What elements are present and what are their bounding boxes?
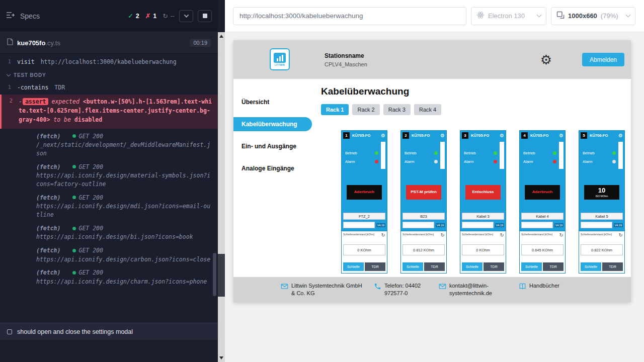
cable-name-input[interactable] <box>343 222 375 228</box>
app-sidebar: Übersicht Kabelüberwachung Ein- und Ausg… <box>233 79 312 277</box>
station-value: CPLV4_Maschen <box>325 61 367 67</box>
device-card: 3 KÜ705-FO ⚙ Betrieb Alarm Erdschluss Ka <box>460 130 506 274</box>
scroll-up-arrow[interactable] <box>219 35 223 38</box>
card-gear-icon[interactable]: ⚙ <box>500 133 504 138</box>
pending-icon: ↻ <box>163 12 168 20</box>
card-gear-icon[interactable]: ⚙ <box>381 133 385 138</box>
refresh-icon[interactable]: ↻ <box>441 233 445 238</box>
specs-menu-icon[interactable] <box>6 12 15 21</box>
test-body-section[interactable]: TEST BODY <box>0 68 218 81</box>
alarm-led <box>375 160 378 163</box>
firmware-version: V4.19 <box>376 223 385 227</box>
footer-manuals[interactable]: Handbücher <box>519 282 559 292</box>
collapse-button[interactable] <box>179 10 193 22</box>
tdr-button[interactable]: TDR <box>602 262 623 271</box>
scrollbar-thumb[interactable] <box>218 254 225 297</box>
cable-name-input[interactable] <box>403 222 434 228</box>
betrieb-led <box>612 151 616 155</box>
command-arg: http://localhost:3000/kabelueberwachung <box>41 58 177 66</box>
sidebar-item-kabelueberwachung[interactable]: Kabelüberwachung <box>233 117 312 131</box>
panel-scrollbar[interactable] <box>218 32 225 362</box>
tab-rack-4[interactable]: Rack 4 <box>414 104 441 115</box>
schleife-button[interactable]: Schleife <box>403 262 423 271</box>
card-number-badge: 3 <box>462 132 468 139</box>
logo-text: LITTWIN <box>275 64 285 66</box>
app-main: Kabelüberwachung Rack 1 Rack 2 Rack 3 Ra… <box>312 79 631 277</box>
refresh-icon[interactable]: ↻ <box>559 233 564 238</box>
tdr-button[interactable]: TDR <box>543 262 564 271</box>
specs-label[interactable]: Specs <box>20 12 40 20</box>
settings-gear-icon[interactable]: ⚙ <box>540 53 552 66</box>
schleife-button[interactable]: Schleife <box>343 262 364 271</box>
status-ok-dot <box>72 134 76 138</box>
cable-name-input[interactable] <box>462 222 494 228</box>
alarm-led <box>553 160 556 163</box>
card-indicator-strip <box>440 142 445 169</box>
refresh-icon[interactable]: ↻ <box>619 233 623 238</box>
spec-header: kue705fo.cy.ts 00:19 <box>0 32 218 54</box>
fetch-url: https://api.iconify.design/bi.json?icons… <box>36 233 212 241</box>
card-model-label: KÜ705-FO <box>471 133 489 138</box>
card-indicator-strip <box>500 142 504 169</box>
tdr-button[interactable]: TDR <box>424 262 445 271</box>
firmware-version: V4.19 <box>495 223 504 227</box>
footer-phone: Telefon: 04402 972577-0 <box>374 282 431 297</box>
fetch-log-entry[interactable]: (fetch)GET 200 https://api.iconify.desig… <box>0 266 218 288</box>
card-indicator-strip <box>618 142 623 169</box>
sidebar-item-uebersicht[interactable]: Übersicht <box>233 95 312 109</box>
fetch-log-entry[interactable]: (fetch)GET 200 https://api.iconify.desig… <box>0 160 218 191</box>
failed-icon: ✗ <box>145 12 150 20</box>
sidebar-item-ein-und-ausgaenge[interactable]: Ein- und Ausgänge <box>233 139 312 153</box>
refresh-icon[interactable]: ↻ <box>500 233 504 238</box>
tdr-button[interactable]: TDR <box>365 262 385 271</box>
next-test-title: should open and close the settings modal <box>17 328 133 335</box>
spec-extension: .cy.ts <box>45 39 60 47</box>
schleife-button[interactable]: Schleife <box>581 262 601 271</box>
footer-email[interactable]: kontakt@littwin-systemtechnik.de <box>439 282 511 297</box>
scroll-down-arrow[interactable] <box>219 356 223 359</box>
card-gear-icon[interactable]: ⚙ <box>618 133 623 138</box>
schleife-button[interactable]: Schleife <box>521 262 542 271</box>
browser-select[interactable]: Electron 130 <box>471 7 546 25</box>
card-gear-icon[interactable]: ⚙ <box>440 133 445 138</box>
resistance-value: 0 KOhm <box>343 244 385 255</box>
cable-name: B23 <box>403 213 445 220</box>
status-display: Erdschluss <box>465 185 501 200</box>
tab-rack-3[interactable]: Rack 3 <box>383 104 411 115</box>
logout-button[interactable]: Abmelden <box>582 53 624 66</box>
next-test-row[interactable]: should open and close the settings modal <box>0 323 218 340</box>
viewport-select[interactable]: 1000x660 (79%) <box>551 7 635 25</box>
stop-button[interactable] <box>198 10 212 22</box>
fetch-url: https://api.iconify.design/mdi.json?icon… <box>36 202 212 219</box>
section-label: TEST BODY <box>14 72 46 78</box>
url-input[interactable]: http://localhost:3000/kabelueberwachung <box>233 7 466 25</box>
card-gear-icon[interactable]: ⚙ <box>559 133 564 138</box>
tdr-button[interactable]: TDR <box>484 262 504 271</box>
log-scrollbar-thumb[interactable] <box>213 253 216 296</box>
status-display: Aderbruch <box>525 185 560 200</box>
spec-name[interactable]: kue705fo.cy.ts <box>17 39 60 47</box>
cable-name-input[interactable] <box>581 222 612 228</box>
visit-command-row[interactable]: 1 visit http://localhost:3000/kabelueber… <box>0 56 218 68</box>
failed-assert-row[interactable]: 2 -assertexpected <button.w-[50%].h-[1.5… <box>0 95 218 128</box>
tab-rack-1[interactable]: Rack 1 <box>321 104 349 115</box>
cable-name-input[interactable] <box>521 222 553 228</box>
fetch-log-entry[interactable]: (fetch)GET 200 https://api.iconify.desig… <box>0 244 218 266</box>
footer-company: Littwin Systemtechnik GmbH & Co. KG <box>281 282 366 297</box>
sidebar-item-analoge-eingaenge[interactable]: Analoge Eingänge <box>233 161 312 175</box>
card-indicator-strip <box>381 142 385 169</box>
card-model-label: KÜ706-FO <box>590 133 608 138</box>
contains-command-row[interactable]: 1 -contains TDR <box>0 81 218 94</box>
device-card: 2 KÜ705-FO ⚙ Betrieb Alarm PST-M prüfen <box>400 130 447 274</box>
refresh-icon[interactable]: ↻ <box>381 233 385 238</box>
schleife-button[interactable]: Schleife <box>462 262 482 271</box>
browser-name: Electron 130 <box>488 12 525 20</box>
status-ok-dot <box>72 249 76 252</box>
alarm-led <box>434 160 438 163</box>
command-log: 1 visit http://localhost:3000/kabelueber… <box>0 54 218 323</box>
tab-rack-2[interactable]: Rack 2 <box>352 104 379 115</box>
fetch-log-entry[interactable]: (fetch)GET 200 /_next/static/development… <box>0 130 218 160</box>
fetch-log-entry[interactable]: (fetch)GET 200 https://api.iconify.desig… <box>0 191 218 222</box>
command-arg: TDR <box>54 83 65 92</box>
fetch-log-entry[interactable]: (fetch)GET 200 https://api.iconify.desig… <box>0 222 218 244</box>
